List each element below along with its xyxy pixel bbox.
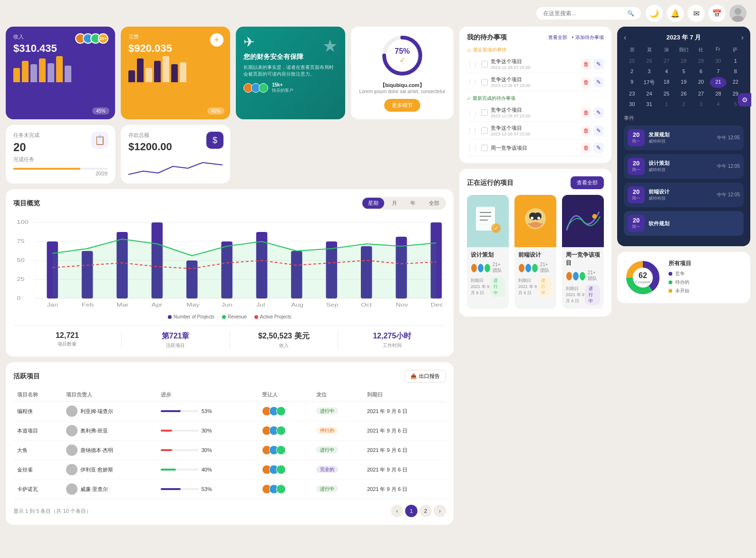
cal-day[interactable]: 26 — [676, 89, 692, 98]
theme-toggle-button[interactable]: 🌙 — [646, 5, 663, 22]
event-item-0[interactable]: 20 周一 发展规划 威特科技 中午 12:05 — [624, 125, 744, 150]
todo-delete-5[interactable]: 🗑 — [581, 143, 591, 153]
tab-week[interactable]: 星期 — [362, 198, 384, 209]
promo-card: ✈ 您的财务安全有保障 长期以来的事实是，读者在查看页面布局时会被页面的可读内容… — [236, 27, 345, 119]
cal-day[interactable]: 4 — [710, 99, 726, 109]
cal-day[interactable]: 18 — [659, 77, 675, 88]
cal-day[interactable]: 5 — [676, 67, 692, 76]
stat-hours: 12,275小时 工作时间 — [338, 331, 446, 349]
revenue-percent: 45% — [92, 107, 109, 115]
cal-day[interactable]: 30 — [710, 56, 726, 66]
project-status-2: 进行中 — [537, 277, 552, 297]
drag-icon-3[interactable]: ⋮⋮ — [467, 109, 478, 116]
todo-checkbox-1[interactable] — [481, 61, 488, 67]
tab-year[interactable]: 年 — [405, 198, 421, 209]
page-1-button[interactable]: 1 — [405, 505, 417, 517]
cal-day[interactable]: 29 — [693, 56, 709, 66]
todo-checkbox-5[interactable] — [481, 144, 488, 151]
search-input[interactable] — [543, 10, 623, 17]
cal-day[interactable]: 28 — [676, 56, 692, 66]
cal-day[interactable]: 28 — [710, 89, 726, 98]
export-button[interactable]: 📤 出口报告 — [404, 370, 446, 383]
event-title-1: 设计策划 — [649, 160, 713, 167]
todo-checkbox-3[interactable] — [481, 109, 488, 116]
todo-edit-3[interactable]: ✎ — [593, 107, 604, 118]
settings-gear-button[interactable]: ⚙ — [738, 93, 751, 106]
cal-day[interactable]: 2 — [676, 99, 692, 109]
cal-day[interactable]: 23 — [624, 89, 640, 98]
event-item-3[interactable]: 20 周一 软件规划 — [624, 211, 744, 236]
cal-day[interactable]: 31 — [641, 99, 657, 109]
page-prev-button[interactable]: ‹ — [391, 505, 403, 517]
add-expense-button[interactable]: + — [210, 33, 223, 47]
drag-icon-5[interactable]: ⋮⋮ — [467, 144, 478, 151]
cal-prev-button[interactable]: ‹ — [624, 33, 626, 42]
row-status-2: 进行中 — [312, 441, 363, 460]
todo-edit-1[interactable]: ✎ — [593, 59, 604, 69]
row-assignee-2 — [258, 441, 312, 460]
view-all-button[interactable]: 查看全部 — [571, 176, 604, 189]
cal-day[interactable]: 22 — [727, 77, 744, 88]
cal-day[interactable]: 6 — [693, 67, 709, 76]
cal-day[interactable]: 3 — [641, 67, 657, 76]
cal-day[interactable]: 24 — [641, 89, 657, 98]
todo-delete-1[interactable]: 🗑 — [581, 59, 591, 69]
tab-month[interactable]: 月 — [386, 198, 403, 209]
promo-desc: 长期以来的事实是，读者在查看页面布局时会被页面的可读内容分散注意力。 — [243, 64, 338, 77]
svg-point-0 — [735, 8, 741, 15]
todo-checkbox-4[interactable] — [481, 127, 488, 134]
todo-edit-5[interactable]: ✎ — [593, 143, 604, 153]
col-lead: 项目负责人 — [62, 388, 156, 402]
cal-day[interactable]: 4 — [659, 67, 675, 76]
todo-text-1: 竞争这个项目 — [491, 58, 578, 65]
drag-icon-4[interactable]: ⋮⋮ — [467, 127, 478, 134]
todo-delete-3[interactable]: 🗑 — [581, 107, 591, 118]
cal-day[interactable]: 1 — [727, 56, 744, 66]
page-next-button[interactable]: › — [434, 505, 446, 517]
event-item-1[interactable]: 20 周一 设计策划 威特科技 中午 12:05 — [624, 154, 744, 179]
export-icon: 📤 — [410, 373, 417, 379]
todo-edit-2[interactable]: ✎ — [593, 77, 604, 87]
cal-day[interactable]: 25 — [624, 56, 640, 66]
cal-day[interactable]: 25 — [659, 89, 675, 98]
cal-day[interactable]: 17号 — [641, 77, 657, 88]
cal-day[interactable]: 2 — [624, 67, 640, 76]
todo-checkbox-2[interactable] — [481, 79, 488, 86]
page-2-button[interactable]: 2 — [419, 505, 432, 517]
event-item-2[interactable]: 20 周一 前端设计 威特科技 中午 12:05 — [624, 183, 744, 207]
drag-icon-1[interactable]: ⋮⋮ — [467, 61, 478, 67]
todo-delete-2[interactable]: 🗑 — [581, 77, 591, 87]
todo-edit-4[interactable]: ✎ — [593, 125, 604, 136]
savings-icon: $ — [206, 132, 223, 149]
cal-next-button[interactable]: › — [741, 33, 744, 42]
cal-day[interactable]: 27 — [659, 56, 675, 66]
cal-day[interactable]: 30 — [624, 99, 640, 109]
cal-day[interactable]: 21 — [710, 77, 726, 88]
mail-button[interactable]: ✉ — [688, 5, 705, 22]
task-icon: 📋 — [91, 132, 108, 149]
user-avatar[interactable] — [729, 5, 746, 22]
cal-day[interactable]: 27 — [693, 89, 709, 98]
cal-day[interactable]: 20 — [693, 77, 709, 88]
cal-day[interactable]: 19 — [676, 77, 692, 88]
detail-button[interactable]: 更多细节 — [384, 99, 420, 112]
header-icons: 🌙 🔔 ✉ 📅 — [646, 5, 746, 22]
circle-center: 75% ✓ — [395, 47, 410, 65]
search-bar[interactable]: 🔍 — [536, 7, 641, 19]
todo-view-all-link[interactable]: 查看全部 — [548, 34, 567, 41]
todo-add-link[interactable]: + 添加待办事项 — [571, 34, 604, 41]
cal-day[interactable]: 1 — [659, 99, 675, 109]
calendar-title: 2023 年 7 月 — [667, 33, 701, 42]
tasks-progress-bar — [13, 168, 107, 170]
notifications-button[interactable]: 🔔 — [667, 5, 684, 22]
cal-day[interactable]: 26 — [641, 56, 657, 66]
cal-day[interactable]: 3 — [693, 99, 709, 109]
cal-day[interactable]: 7 — [710, 67, 726, 76]
todo-delete-4[interactable]: 🗑 — [581, 125, 591, 136]
drag-icon-2[interactable]: ⋮⋮ — [467, 79, 478, 86]
tab-all[interactable]: 全部 — [423, 198, 445, 209]
cal-day[interactable]: 9 — [624, 77, 640, 88]
calendar-button[interactable]: 📅 — [708, 5, 726, 22]
cal-day[interactable]: 8 — [727, 67, 744, 76]
page-controls[interactable]: ‹ 1 2 › — [391, 505, 446, 517]
